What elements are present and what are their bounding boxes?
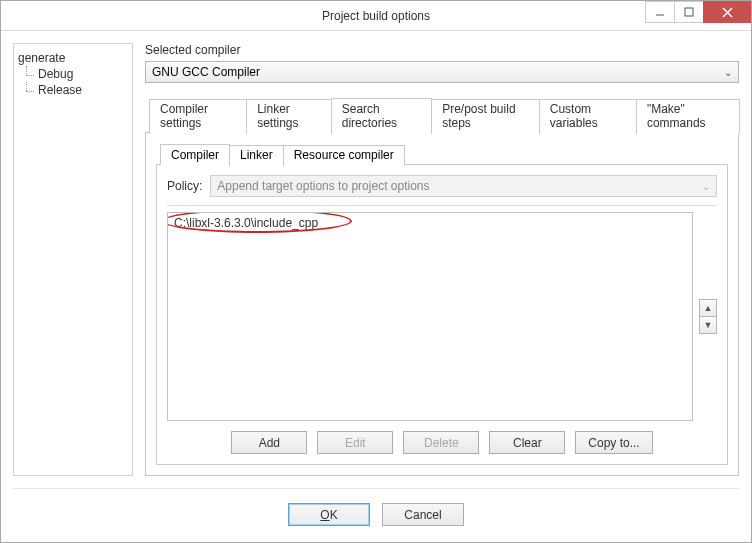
tab-custom-variables[interactable]: Custom variables xyxy=(539,99,637,134)
sub-panel: Policy: Append target options to project… xyxy=(156,164,728,465)
titlebar: Project build options xyxy=(1,1,751,31)
tab-prepost-build[interactable]: Pre/post build steps xyxy=(431,99,540,134)
tree-item-debug[interactable]: Debug xyxy=(18,66,128,82)
tree-item-release[interactable]: Release xyxy=(18,82,128,98)
edit-button[interactable]: Edit xyxy=(317,431,393,454)
minimize-button[interactable] xyxy=(645,1,675,23)
chevron-down-icon: ⌄ xyxy=(702,181,710,192)
tab-make-commands[interactable]: "Make" commands xyxy=(636,99,740,134)
tab-bar: Compiler settings Linker settings Search… xyxy=(145,97,739,132)
compiler-select-value: GNU GCC Compiler xyxy=(152,65,260,79)
add-button[interactable]: Add xyxy=(231,431,307,454)
tab-linker-settings[interactable]: Linker settings xyxy=(246,99,332,134)
move-down-button[interactable]: ▼ xyxy=(699,316,717,334)
copy-to-button[interactable]: Copy to... xyxy=(575,431,652,454)
compiler-select[interactable]: GNU GCC Compiler ⌄ xyxy=(145,61,739,83)
move-up-button[interactable]: ▲ xyxy=(699,299,717,317)
ok-button[interactable]: OK xyxy=(288,503,370,526)
policy-value: Append target options to project options xyxy=(217,179,429,193)
target-tree[interactable]: generate Debug Release xyxy=(13,43,133,476)
subtab-linker[interactable]: Linker xyxy=(229,145,284,166)
maximize-button[interactable] xyxy=(674,1,704,23)
tab-panel: Compiler Linker Resource compiler Policy… xyxy=(145,132,739,476)
close-button[interactable] xyxy=(703,1,751,23)
policy-label: Policy: xyxy=(167,179,202,193)
ok-label-rest: K xyxy=(330,508,338,522)
list-item[interactable]: C:\libxl-3.6.3.0\include_cpp xyxy=(172,215,688,231)
policy-select[interactable]: Append target options to project options… xyxy=(210,175,717,197)
compiler-group-label: Selected compiler xyxy=(145,43,739,57)
cancel-button[interactable]: Cancel xyxy=(382,503,464,526)
tab-compiler-settings[interactable]: Compiler settings xyxy=(149,99,247,134)
tree-root[interactable]: generate xyxy=(18,50,128,66)
dialog-window: Project build options generate Debug Rel… xyxy=(0,0,752,543)
svg-rect-1 xyxy=(685,8,693,16)
chevron-down-icon: ⌄ xyxy=(724,67,732,78)
subtab-resource-compiler[interactable]: Resource compiler xyxy=(283,145,405,166)
separator xyxy=(167,205,717,206)
tab-search-directories[interactable]: Search directories xyxy=(331,98,432,133)
delete-button[interactable]: Delete xyxy=(403,431,479,454)
subtab-bar: Compiler Linker Resource compiler xyxy=(156,143,728,164)
window-title: Project build options xyxy=(1,9,751,23)
clear-button[interactable]: Clear xyxy=(489,431,565,454)
search-path-list[interactable]: C:\libxl-3.6.3.0\include_cpp xyxy=(167,212,693,421)
subtab-compiler[interactable]: Compiler xyxy=(160,144,230,165)
